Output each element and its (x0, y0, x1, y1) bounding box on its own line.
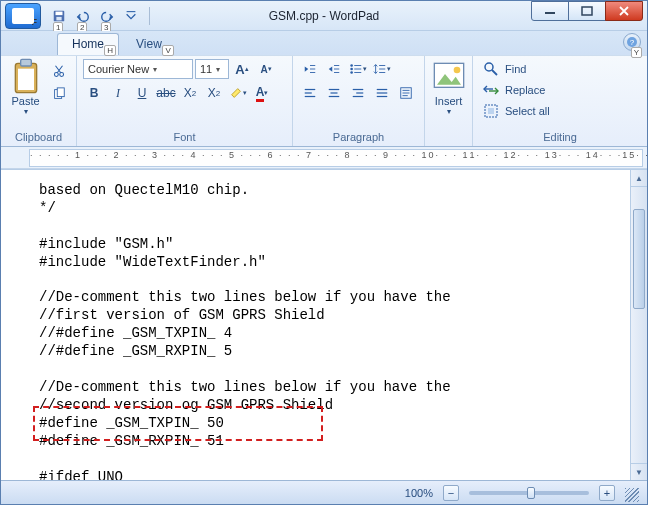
scroll-down-button[interactable]: ▼ (631, 463, 647, 480)
find-button[interactable]: Find (479, 59, 554, 79)
chevron-down-icon: ▾ (216, 65, 220, 74)
ribbon: Paste ▾ Clipboard (1, 55, 647, 147)
redo-button[interactable]: 3 (97, 6, 117, 26)
zoom-level: 100% (405, 487, 433, 499)
italic-button[interactable]: I (107, 83, 129, 103)
zoom-out-button[interactable]: − (443, 485, 459, 501)
window-controls (532, 6, 643, 26)
align-left-button[interactable] (299, 83, 321, 103)
paragraph-dialog-button[interactable] (395, 83, 417, 103)
scroll-up-button[interactable]: ▲ (631, 170, 647, 187)
align-right-button[interactable] (347, 83, 369, 103)
font-size-value: 11 (200, 63, 212, 75)
shrink-font-button[interactable]: A▾ (255, 59, 277, 79)
undo-button[interactable]: 2 (73, 6, 93, 26)
title-bar: F 1 2 3 GSM.cpp - WordPad (1, 1, 647, 31)
text-highlight-button[interactable]: ▾ (227, 83, 249, 103)
copy-button[interactable] (48, 84, 70, 104)
zoom-in-button[interactable]: + (599, 485, 615, 501)
underline-button[interactable]: U (131, 83, 153, 103)
svg-point-49 (485, 63, 493, 71)
strikethrough-button[interactable]: abc (155, 83, 177, 103)
save-button[interactable]: 1 (49, 6, 69, 26)
vertical-scrollbar[interactable]: ▲ ▼ (630, 170, 647, 480)
justify-button[interactable] (371, 83, 393, 103)
picture-icon (433, 61, 465, 93)
group-paragraph-label: Paragraph (299, 129, 418, 146)
group-clipboard-label: Clipboard (7, 129, 70, 146)
select-all-icon (483, 103, 499, 119)
svg-rect-4 (545, 12, 555, 14)
svg-point-48 (453, 67, 460, 74)
status-bar: 100% − + (1, 480, 647, 504)
help-keytip: Y (631, 47, 642, 58)
chevron-down-icon: ▾ (447, 107, 451, 116)
align-center-button[interactable] (323, 83, 345, 103)
minimize-button[interactable] (531, 1, 569, 21)
group-editing: Find Replace Select all (473, 56, 647, 146)
qat-customize-button[interactable] (121, 6, 141, 26)
chevron-down-icon: ▾ (153, 65, 157, 74)
replace-label: Replace (505, 84, 545, 96)
app-window: F 1 2 3 GSM.cpp - WordPad (0, 0, 648, 505)
zoom-slider[interactable] (469, 491, 589, 495)
ruler-area: · · · · · 1 · · · 2 · · · 3 · · · 4 · · … (1, 147, 647, 169)
replace-icon (483, 82, 499, 98)
insert-label: Insert (435, 95, 463, 107)
clipboard-icon (10, 61, 42, 93)
quick-access-toolbar: F 1 2 3 (5, 3, 154, 29)
horizontal-ruler[interactable]: · · · · · 1 · · · 2 · · · 3 · · · 4 · · … (29, 149, 643, 167)
scroll-track[interactable] (631, 187, 647, 463)
cut-button[interactable] (48, 61, 70, 81)
svg-rect-10 (18, 69, 34, 90)
bullets-button[interactable]: ▾ (347, 59, 369, 79)
tab-view[interactable]: View V (121, 33, 177, 55)
help-button[interactable]: ? Y (623, 33, 641, 51)
svg-rect-5 (582, 7, 592, 15)
close-button[interactable] (605, 1, 643, 21)
zoom-slider-thumb[interactable] (527, 487, 535, 499)
font-color-button[interactable]: A▾ (251, 83, 273, 103)
paste-button[interactable]: Paste ▾ (7, 59, 44, 118)
annotation-highlight-box (33, 406, 323, 441)
svg-rect-1 (56, 11, 63, 15)
qat-separator (149, 7, 150, 25)
svg-point-21 (350, 64, 353, 67)
resize-grip[interactable] (625, 488, 639, 502)
document-body[interactable]: based on QuectelM10 chip. */ #include "G… (1, 170, 630, 480)
window-title: GSM.cpp - WordPad (269, 9, 379, 23)
svg-rect-9 (20, 60, 31, 67)
svg-rect-14 (57, 88, 64, 97)
svg-text:?: ? (630, 38, 635, 47)
tab-view-label: View (136, 37, 162, 51)
svg-point-11 (54, 73, 58, 77)
svg-point-12 (60, 73, 64, 77)
file-menu-keytip: F (6, 4, 40, 28)
decrease-indent-button[interactable] (299, 59, 321, 79)
font-size-combo[interactable]: 11 ▾ (195, 59, 229, 79)
svg-point-22 (350, 68, 353, 71)
replace-button[interactable]: Replace (479, 80, 554, 100)
superscript-button[interactable]: X2 (203, 83, 225, 103)
subscript-button[interactable]: X2 (179, 83, 201, 103)
svg-rect-2 (56, 16, 61, 20)
group-editing-label: Editing (479, 129, 641, 146)
grow-font-button[interactable]: A▴ (231, 59, 253, 79)
tab-home-label: Home (72, 37, 104, 51)
ruler-scale: · · · · · 1 · · · 2 · · · 3 · · · 4 · · … (30, 150, 642, 166)
maximize-button[interactable] (568, 1, 606, 21)
group-font-label: Font (83, 129, 286, 146)
increase-indent-button[interactable] (323, 59, 345, 79)
svg-line-50 (492, 70, 497, 75)
line-spacing-button[interactable]: ▾ (371, 59, 393, 79)
insert-button[interactable]: Insert ▾ (431, 59, 467, 118)
bold-button[interactable]: B (83, 83, 105, 103)
tab-home[interactable]: Home H (57, 33, 119, 55)
select-all-button[interactable]: Select all (479, 101, 554, 121)
scroll-thumb[interactable] (633, 209, 645, 309)
svg-rect-52 (488, 108, 494, 114)
font-name-combo[interactable]: Courier New ▾ (83, 59, 193, 79)
app-menu-button[interactable]: F (5, 3, 41, 29)
document-area: based on QuectelM10 chip. */ #include "G… (1, 169, 647, 480)
tab-view-keytip: V (162, 45, 173, 56)
